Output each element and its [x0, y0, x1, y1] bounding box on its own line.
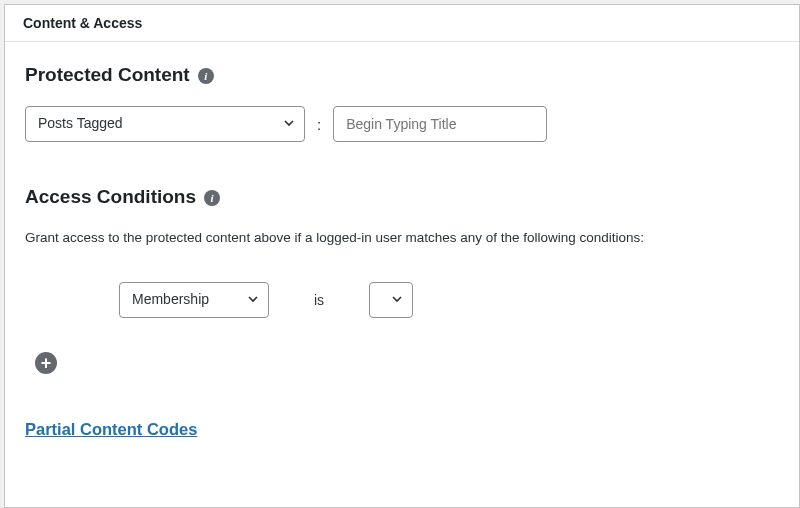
panel-body: Protected Content i Posts Tagged : Acces… [5, 42, 799, 459]
protected-content-row: Posts Tagged : [25, 106, 779, 142]
access-conditions-heading-row: Access Conditions i [25, 186, 779, 208]
content-access-panel: Content & Access Protected Content i Pos… [4, 4, 800, 508]
content-title-input[interactable] [333, 106, 547, 142]
access-conditions-heading: Access Conditions [25, 186, 196, 208]
condition-value-select-wrap [369, 282, 413, 318]
condition-operator-label: is [269, 292, 369, 308]
plus-icon: + [41, 354, 52, 372]
partial-content-codes-section: Partial Content Codes [25, 420, 779, 439]
colon-separator: : [315, 116, 323, 133]
access-conditions-section: Access Conditions i Grant access to the … [25, 186, 779, 374]
condition-row: Membership is [119, 282, 779, 318]
content-type-select[interactable]: Posts Tagged [25, 106, 305, 142]
partial-content-codes-link[interactable]: Partial Content Codes [25, 420, 197, 438]
content-type-select-wrap: Posts Tagged [25, 106, 305, 142]
condition-value-select[interactable] [369, 282, 413, 318]
protected-content-heading: Protected Content [25, 64, 190, 86]
protected-content-heading-row: Protected Content i [25, 64, 779, 86]
condition-field-select-wrap: Membership [119, 282, 269, 318]
condition-field-select[interactable]: Membership [119, 282, 269, 318]
access-help-text: Grant access to the protected content ab… [25, 228, 779, 248]
add-condition-button[interactable]: + [35, 352, 57, 374]
panel-title: Content & Access [23, 15, 781, 31]
info-icon[interactable]: i [198, 68, 214, 84]
info-icon[interactable]: i [204, 190, 220, 206]
panel-header: Content & Access [5, 5, 799, 42]
